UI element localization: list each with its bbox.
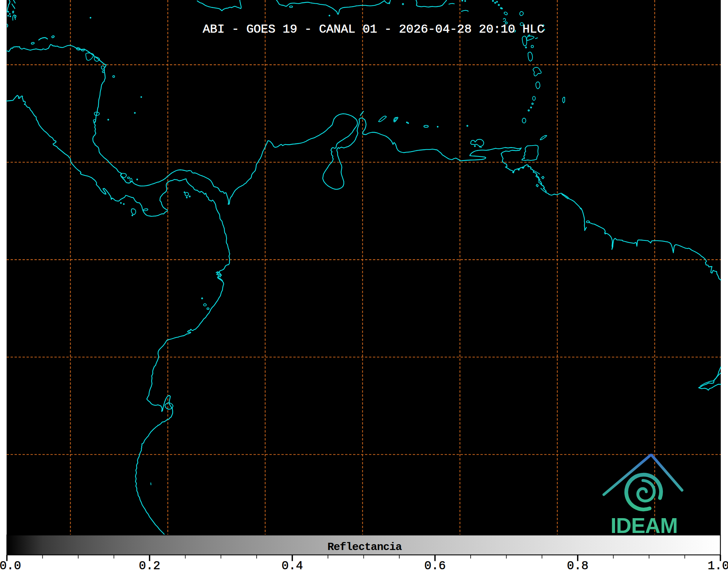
svg-text:0.4: 0.4 bbox=[282, 559, 303, 571]
svg-text:1.0: 1.0 bbox=[708, 559, 728, 571]
svg-text:Reflectancia: Reflectancia bbox=[327, 541, 402, 553]
svg-text:0.0: 0.0 bbox=[0, 559, 21, 571]
svg-text:0.6: 0.6 bbox=[424, 559, 446, 571]
svg-text:IDEAM: IDEAM bbox=[610, 514, 677, 538]
svg-text:0.2: 0.2 bbox=[139, 559, 160, 571]
svg-text:ABI - GOES 19 - CANAL 01 - 202: ABI - GOES 19 - CANAL 01 - 2026-04-28 20… bbox=[203, 22, 544, 36]
svg-text:0.8: 0.8 bbox=[567, 559, 588, 571]
